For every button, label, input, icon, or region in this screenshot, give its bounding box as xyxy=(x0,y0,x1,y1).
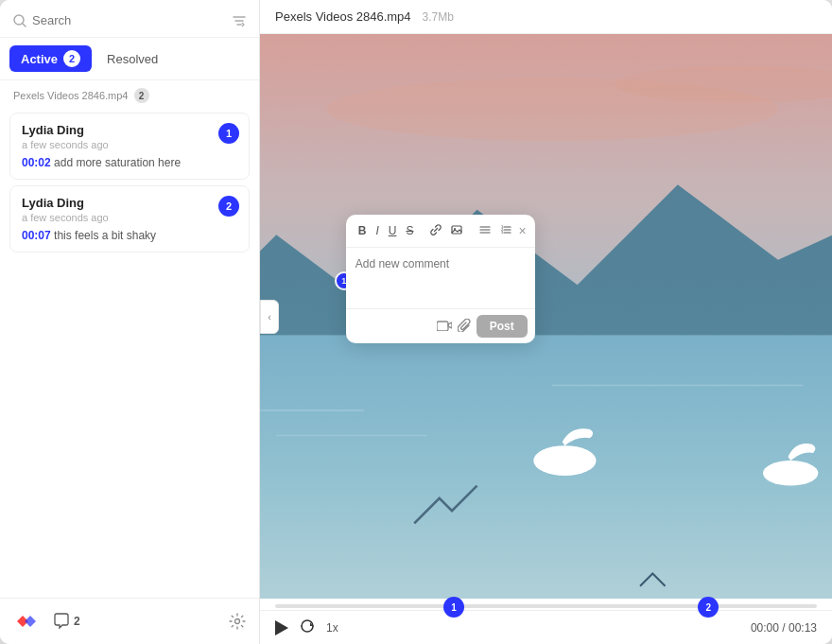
strikethrough-button[interactable]: S xyxy=(403,223,416,238)
comment-list: 1 Lydia Ding a few seconds ago 00:02 add… xyxy=(0,107,259,598)
timeline-marker-1-label: 1 xyxy=(451,602,457,613)
sidebar: Active 2 Resolved Pexels Videos 2846.mp4… xyxy=(0,0,260,644)
timeline-marker-1[interactable]: 1 xyxy=(443,597,464,618)
list-button[interactable] xyxy=(477,222,494,239)
comment-author-2: Lydia Ding xyxy=(22,196,237,210)
underline-button[interactable]: U xyxy=(386,223,400,238)
video-container: 1 B I U S xyxy=(260,34,832,599)
image-button[interactable] xyxy=(448,222,465,239)
chat-icon xyxy=(53,613,70,630)
comment-text-1: 00:02 add more saturation here xyxy=(22,156,237,169)
timeline-bar: 1 2 xyxy=(260,599,832,610)
ordered-list-button[interactable]: 1 2 3 xyxy=(497,222,514,239)
svg-point-15 xyxy=(763,461,818,486)
sidebar-search-area xyxy=(0,0,259,38)
time-display: 00:00 / 00:13 xyxy=(751,621,817,635)
popup-toolbar: B I U S xyxy=(346,215,535,248)
chat-count: 2 xyxy=(74,615,80,628)
sidebar-bottom: 2 xyxy=(0,598,259,644)
main-file-name: Pexels Videos 2846.mp4 xyxy=(275,9,411,24)
svg-line-1 xyxy=(23,24,26,26)
comment-card-2[interactable]: 2 Lydia Ding a few seconds ago 00:07 thi… xyxy=(9,185,250,252)
comment-number-2: 2 xyxy=(218,196,239,217)
video-background: 1 B I U S xyxy=(260,34,832,599)
post-button[interactable]: Post xyxy=(477,315,528,338)
popup-footer: Post xyxy=(346,308,535,343)
sidebar-tabs: Active 2 Resolved xyxy=(0,38,259,80)
comment-time-2: a few seconds ago xyxy=(22,212,237,223)
popup-close-button[interactable]: × xyxy=(518,224,526,237)
chat-icon-container[interactable]: 2 xyxy=(53,613,80,630)
italic-button[interactable]: I xyxy=(373,223,381,238)
main-file-size: 3.7Mb xyxy=(423,10,454,24)
svg-point-14 xyxy=(533,445,596,476)
timeline-marker-2-label: 2 xyxy=(706,602,712,613)
comment-popup: B I U S xyxy=(346,215,535,343)
tab-active[interactable]: Active 2 xyxy=(9,45,92,72)
repeat-button[interactable] xyxy=(300,618,315,636)
search-input[interactable] xyxy=(32,13,227,27)
bold-button[interactable]: B xyxy=(355,223,370,238)
comment-card-1[interactable]: 1 Lydia Ding a few seconds ago 00:02 add… xyxy=(9,113,250,180)
sort-icon[interactable] xyxy=(233,14,246,27)
svg-point-5 xyxy=(235,619,240,624)
comment-timestamp-1: 00:02 xyxy=(22,156,51,169)
svg-marker-28 xyxy=(275,620,288,635)
comment-body-1: add more saturation here xyxy=(54,156,181,169)
comment-text-2: 00:07 this feels a bit shaky xyxy=(22,229,237,242)
comment-time-1: a few seconds ago xyxy=(22,139,237,150)
tab-resolved-label: Resolved xyxy=(107,52,158,66)
timeline-track[interactable]: 1 2 xyxy=(275,604,817,608)
settings-icon[interactable] xyxy=(229,613,246,630)
tab-resolved[interactable]: Resolved xyxy=(95,45,169,72)
tab-active-label: Active xyxy=(21,52,58,66)
app-window: Active 2 Resolved Pexels Videos 2846.mp4… xyxy=(0,0,832,644)
svg-text:3: 3 xyxy=(501,230,504,235)
comment-timestamp-2: 00:07 xyxy=(22,229,51,242)
comment-number-1: 1 xyxy=(218,123,239,144)
timeline-marker-2[interactable]: 2 xyxy=(698,597,719,618)
speed-label: 1x xyxy=(326,621,338,635)
comment-author-1: Lydia Ding xyxy=(22,123,237,137)
file-name-label: Pexels Videos 2846.mp4 xyxy=(13,90,129,101)
video-controls: 1x 00:00 / 00:13 xyxy=(260,610,832,644)
file-label: Pexels Videos 2846.mp4 2 xyxy=(0,80,259,107)
comment-input[interactable] xyxy=(346,248,535,305)
popup-attach-button[interactable] xyxy=(458,319,471,335)
logo-icon xyxy=(13,608,40,635)
tab-active-badge: 2 xyxy=(63,50,80,67)
popup-camera-button[interactable] xyxy=(437,319,452,334)
app-body: Active 2 Resolved Pexels Videos 2846.mp4… xyxy=(0,0,832,644)
file-comment-count: 2 xyxy=(134,88,149,103)
comment-body-2: this feels a bit shaky xyxy=(54,229,156,242)
main-area: Pexels Videos 2846.mp4 3.7Mb xyxy=(260,0,832,644)
link-button[interactable] xyxy=(427,222,444,239)
collapse-sidebar-button[interactable]: ‹ xyxy=(260,300,279,334)
search-icon xyxy=(13,14,26,27)
play-button[interactable] xyxy=(275,620,288,635)
main-header: Pexels Videos 2846.mp4 3.7Mb xyxy=(260,0,832,34)
svg-rect-27 xyxy=(437,322,448,331)
